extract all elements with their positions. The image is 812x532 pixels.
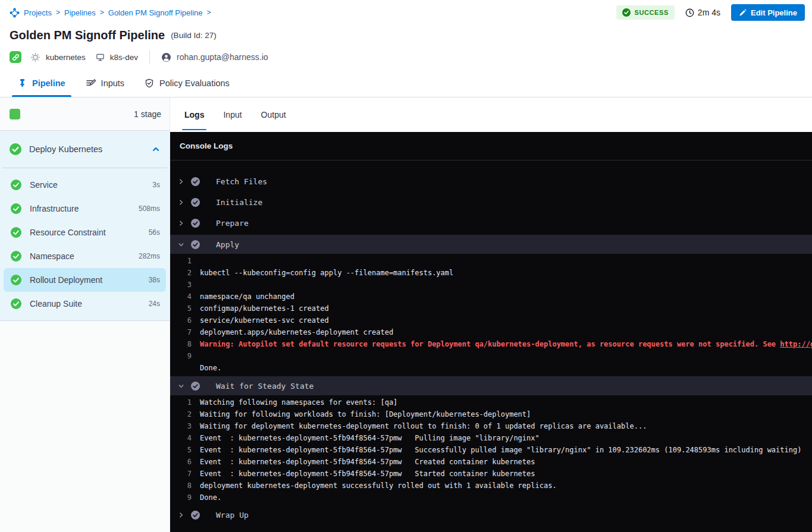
breadcrumb-pipelines[interactable]: Pipelines <box>64 8 96 17</box>
chevron-down-icon <box>178 241 184 248</box>
infra-type-label: kubernetes <box>46 53 86 62</box>
step-row[interactable]: Infrastructure508ms <box>4 197 166 221</box>
step-row[interactable]: Rollout Deployment38s <box>4 268 166 292</box>
log-lines: 12kubectl --kubeconfig=config apply --fi… <box>170 254 812 376</box>
log-step-success-icon <box>191 198 200 207</box>
success-check-icon <box>622 8 631 17</box>
step-row[interactable]: Service3s <box>4 173 166 197</box>
main-content: 1 stage Deploy Kubernetes Service3sInfra… <box>0 97 812 532</box>
clock-icon <box>685 8 694 17</box>
step-name-label: Resource Constraint <box>30 228 140 237</box>
edit-pipeline-button[interactable]: Edit Pipeline <box>731 4 805 21</box>
log-line-number: 2 <box>170 269 192 277</box>
step-row[interactable]: Resource Constraint56s <box>4 221 166 244</box>
step-name-label: Service <box>30 180 144 190</box>
tab-logs[interactable]: Logs <box>184 97 204 132</box>
step-success-icon <box>11 298 21 309</box>
log-section-name: Prepare <box>216 219 249 228</box>
step-duration-label: 56s <box>149 228 160 237</box>
log-line-text: service/kubernetes-svc created <box>200 316 329 325</box>
log-line-number: 4 <box>170 434 192 442</box>
execution-duration: 2m 4s <box>685 8 720 17</box>
log-section-header[interactable]: Apply <box>170 235 812 254</box>
inputs-icon <box>86 78 96 88</box>
breadcrumb-pipeline-name[interactable]: Golden PM Signoff Pipeline <box>108 8 203 17</box>
step-details-tabs: Logs Input Output <box>170 97 812 132</box>
chevron-right-icon <box>178 512 184 518</box>
log-line: 7deployment.apps/kubernetes-deployment c… <box>170 326 812 338</box>
log-line-text: namespace/qa unchanged <box>200 292 294 301</box>
chevron-down-icon <box>178 383 184 389</box>
harness-logo-icon <box>10 8 20 18</box>
log-line-text: Done. <box>200 364 221 372</box>
harness-pipeline-execution-page: Projects > Pipelines > Golden PM Signoff… <box>0 0 812 532</box>
build-id-label: (Build Id: 27) <box>171 31 217 40</box>
log-section-header[interactable]: Fetch Files <box>170 172 812 190</box>
step-row[interactable]: Cleanup Suite24s <box>4 292 166 316</box>
log-line-number: 8 <box>170 340 192 348</box>
stage-group: Deploy Kubernetes Service3sInfrastructur… <box>0 131 170 321</box>
log-line: 8Warning: Autopilot set default resource… <box>170 338 812 350</box>
tab-output[interactable]: Output <box>261 97 286 132</box>
log-line: 5Event : kubernetes-deployment-5fb94f856… <box>170 444 812 456</box>
log-line-text: Done. <box>200 493 221 502</box>
stage-row-deploy-kubernetes[interactable]: Deploy Kubernetes <box>0 131 170 168</box>
header-status-area: SUCCESS 2m 4s Edit Pipeline <box>616 4 805 21</box>
step-name-label: Cleanup Suite <box>30 299 140 309</box>
infra-gear-icon <box>30 52 40 62</box>
chevron-right-icon <box>178 220 184 226</box>
log-line-number: 8 <box>170 481 192 490</box>
breadcrumb-projects[interactable]: Projects <box>24 8 52 17</box>
log-line: 6Event : kubernetes-deployment-5fb94f856… <box>170 456 812 468</box>
stage-panel-header: 1 stage <box>0 97 170 131</box>
log-line-text: Event : kubernetes-deployment-5fb94f8564… <box>200 434 540 442</box>
log-step-success-icon <box>191 240 200 249</box>
breadcrumb: Projects > Pipelines > Golden PM Signoff… <box>10 8 211 18</box>
log-section-name: Wait for Steady State <box>216 382 313 391</box>
meta-divider <box>149 51 150 64</box>
step-success-icon <box>11 227 21 238</box>
log-line: 2Waiting for following workloads to fini… <box>170 408 812 420</box>
log-section-header[interactable]: Wait for Steady State <box>170 376 812 395</box>
log-line: 9 <box>170 350 812 362</box>
stage-status-square-icon <box>10 109 20 119</box>
log-section-header[interactable]: Initialize <box>170 193 812 211</box>
log-line: 9Done. <box>170 492 812 503</box>
step-duration-label: 38s <box>149 276 160 284</box>
step-row[interactable]: Namespace282ms <box>4 244 166 268</box>
tab-pipeline[interactable]: Pipeline <box>18 69 65 97</box>
breadcrumb-separator: > <box>56 8 60 17</box>
log-section-header[interactable]: Prepare <box>170 214 812 232</box>
tab-input[interactable]: Input <box>223 97 242 132</box>
log-line: 1Watching following namespaces for event… <box>170 396 812 408</box>
log-line: Done. <box>170 362 812 374</box>
log-section-header[interactable]: Wrap Up <box>170 506 812 524</box>
console-logs-title: Console Logs <box>180 141 233 150</box>
user-avatar-icon <box>161 52 171 62</box>
tab-policy-evaluations[interactable]: Policy Evaluations <box>145 69 230 97</box>
console-log-body: Fetch FilesInitializePrepareApply12kubec… <box>170 160 812 532</box>
log-section-name: Initialize <box>216 198 262 207</box>
step-success-icon <box>11 275 21 285</box>
step-details-panel: Logs Input Output Console Logs Fetch Fil… <box>170 97 812 532</box>
step-list: Service3sInfrastructure508msResource Con… <box>0 168 170 316</box>
log-section-name: Fetch Files <box>216 177 267 186</box>
log-line: 8deployment kubernetes-deployment succes… <box>170 480 812 492</box>
log-step-success-icon <box>191 382 200 391</box>
log-line-text: Waiting for deployment kubernetes-deploy… <box>200 422 647 430</box>
log-line-number: 6 <box>170 316 192 325</box>
log-line-number: 5 <box>170 304 192 313</box>
stage-name-label: Deploy Kubernetes <box>29 144 144 154</box>
log-warning-link[interactable]: http://g <box>780 340 812 348</box>
status-badge: SUCCESS <box>616 5 674 20</box>
page-title: Golden PM Signoff Pipeline <box>10 29 165 42</box>
log-line-number: 3 <box>170 422 192 430</box>
shield-check-icon <box>145 78 154 88</box>
tab-inputs[interactable]: Inputs <box>86 69 125 97</box>
log-line-number: 6 <box>170 458 192 466</box>
log-line-number: 9 <box>170 352 192 360</box>
chevron-up-icon[interactable] <box>152 145 160 153</box>
log-line-text: Event : kubernetes-deployment-5fb94f8564… <box>200 446 801 454</box>
breadcrumb-separator: > <box>207 8 211 17</box>
log-line-number: 5 <box>170 446 192 454</box>
